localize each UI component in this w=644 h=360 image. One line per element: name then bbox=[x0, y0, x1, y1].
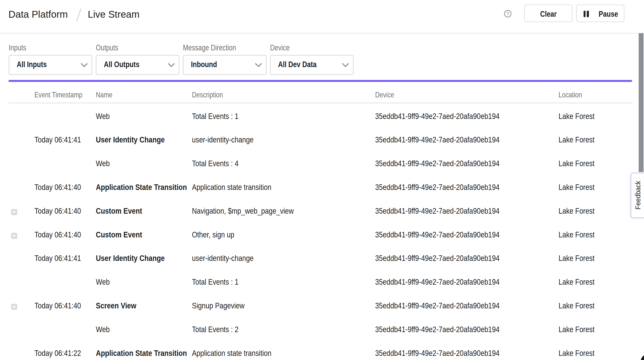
svg-text:?: ? bbox=[506, 11, 509, 16]
